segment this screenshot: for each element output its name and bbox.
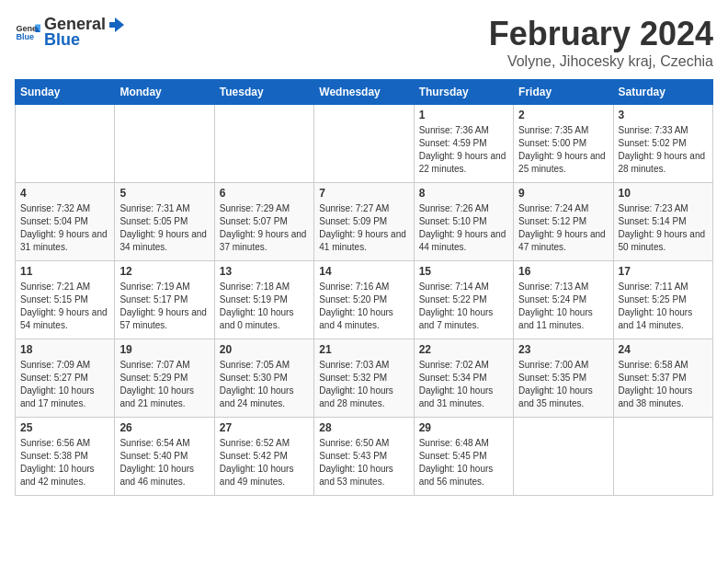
day-number: 23: [518, 343, 608, 356]
day-info: Sunrise: 6:50 AMSunset: 5:43 PMDaylight:…: [319, 437, 408, 488]
day-info: Sunrise: 7:24 AMSunset: 5:12 PMDaylight:…: [518, 202, 608, 254]
day-number: 29: [419, 421, 508, 434]
day-number: 6: [220, 187, 309, 200]
day-info: Sunrise: 7:03 AMSunset: 5:32 PMDaylight:…: [319, 359, 408, 410]
calendar-cell: [514, 418, 613, 496]
calendar-cell: [115, 105, 214, 183]
day-number: 24: [619, 343, 708, 356]
calendar-cell: 11Sunrise: 7:21 AMSunset: 5:15 PMDayligh…: [16, 261, 115, 339]
day-number: 4: [20, 187, 109, 200]
day-number: 3: [619, 109, 708, 121]
page-header: General Blue General Blue February 2024 …: [15, 15, 713, 70]
location-subtitle: Volyne, Jihocesky kraj, Czechia: [489, 53, 713, 70]
day-info: Sunrise: 7:18 AMSunset: 5:19 PMDaylight:…: [220, 281, 309, 332]
day-info: Sunrise: 7:14 AMSunset: 5:22 PMDaylight:…: [419, 281, 508, 332]
day-info: Sunrise: 7:13 AMSunset: 5:24 PMDaylight:…: [518, 281, 608, 332]
day-number: 28: [319, 421, 408, 434]
calendar-cell: 1Sunrise: 7:36 AMSunset: 4:59 PMDaylight…: [414, 105, 513, 183]
calendar-cell: 15Sunrise: 7:14 AMSunset: 5:22 PMDayligh…: [414, 261, 513, 339]
day-info: Sunrise: 7:09 AMSunset: 5:27 PMDaylight:…: [20, 359, 109, 410]
day-info: Sunrise: 7:21 AMSunset: 5:15 PMDaylight:…: [20, 281, 109, 332]
header-sunday: Sunday: [16, 80, 115, 105]
day-number: 18: [20, 343, 109, 356]
day-number: 21: [319, 343, 408, 356]
day-number: 25: [20, 421, 109, 434]
calendar-cell: 21Sunrise: 7:03 AMSunset: 5:32 PMDayligh…: [314, 339, 414, 418]
calendar-cell: 24Sunrise: 6:58 AMSunset: 5:37 PMDayligh…: [613, 339, 712, 418]
header-saturday: Saturday: [613, 80, 712, 105]
calendar-cell: 6Sunrise: 7:29 AMSunset: 5:07 PMDaylight…: [214, 183, 313, 261]
day-number: 15: [419, 265, 508, 278]
day-number: 8: [419, 187, 508, 200]
day-info: Sunrise: 7:33 AMSunset: 5:02 PMDaylight:…: [619, 124, 708, 176]
day-number: 20: [220, 343, 309, 356]
calendar-cell: 18Sunrise: 7:09 AMSunset: 5:27 PMDayligh…: [16, 339, 115, 418]
calendar-cell: [613, 418, 712, 496]
day-info: Sunrise: 7:05 AMSunset: 5:30 PMDaylight:…: [220, 359, 309, 410]
calendar-cell: 29Sunrise: 6:48 AMSunset: 5:45 PMDayligh…: [414, 418, 513, 496]
logo-arrow-icon: [108, 16, 126, 34]
day-number: 5: [119, 187, 209, 200]
day-info: Sunrise: 7:35 AMSunset: 5:00 PMDaylight:…: [518, 124, 608, 176]
day-number: 12: [119, 265, 209, 278]
day-info: Sunrise: 7:02 AMSunset: 5:34 PMDaylight:…: [419, 359, 508, 410]
calendar-cell: 14Sunrise: 7:16 AMSunset: 5:20 PMDayligh…: [314, 261, 414, 339]
calendar-cell: 4Sunrise: 7:32 AMSunset: 5:04 PMDaylight…: [16, 183, 115, 261]
calendar-cell: 20Sunrise: 7:05 AMSunset: 5:30 PMDayligh…: [214, 339, 313, 418]
calendar-cell: 9Sunrise: 7:24 AMSunset: 5:12 PMDaylight…: [514, 183, 613, 261]
day-number: 17: [619, 265, 708, 278]
logo: General Blue General Blue: [15, 15, 126, 50]
month-title: February 2024: [489, 15, 713, 53]
day-number: 11: [20, 265, 109, 278]
day-info: Sunrise: 7:16 AMSunset: 5:20 PMDaylight:…: [319, 281, 408, 332]
calendar-cell: [214, 105, 313, 183]
day-number: 10: [619, 187, 708, 200]
calendar-week-row: 1Sunrise: 7:36 AMSunset: 4:59 PMDaylight…: [16, 105, 713, 183]
day-info: Sunrise: 7:23 AMSunset: 5:14 PMDaylight:…: [619, 202, 708, 254]
calendar-cell: 16Sunrise: 7:13 AMSunset: 5:24 PMDayligh…: [514, 261, 613, 339]
day-info: Sunrise: 6:54 AMSunset: 5:40 PMDaylight:…: [119, 437, 209, 488]
calendar-cell: [314, 105, 414, 183]
day-number: 2: [518, 109, 608, 121]
day-number: 22: [419, 343, 508, 356]
day-info: Sunrise: 6:48 AMSunset: 5:45 PMDaylight:…: [419, 437, 508, 488]
day-info: Sunrise: 7:32 AMSunset: 5:04 PMDaylight:…: [20, 202, 109, 254]
header-monday: Monday: [115, 80, 214, 105]
calendar-cell: 3Sunrise: 7:33 AMSunset: 5:02 PMDaylight…: [613, 105, 712, 183]
svg-marker-4: [109, 17, 124, 32]
day-number: 14: [319, 265, 408, 278]
calendar-cell: 27Sunrise: 6:52 AMSunset: 5:42 PMDayligh…: [214, 418, 313, 496]
calendar-cell: 25Sunrise: 6:56 AMSunset: 5:38 PMDayligh…: [16, 418, 115, 496]
day-info: Sunrise: 7:36 AMSunset: 4:59 PMDaylight:…: [419, 124, 508, 176]
calendar-cell: [16, 105, 115, 183]
calendar-cell: 13Sunrise: 7:18 AMSunset: 5:19 PMDayligh…: [214, 261, 313, 339]
logo-icon: General Blue: [15, 19, 40, 45]
svg-text:Blue: Blue: [16, 32, 34, 41]
calendar-cell: 26Sunrise: 6:54 AMSunset: 5:40 PMDayligh…: [115, 418, 214, 496]
calendar-cell: 19Sunrise: 7:07 AMSunset: 5:29 PMDayligh…: [115, 339, 214, 418]
header-wednesday: Wednesday: [314, 80, 414, 105]
day-info: Sunrise: 7:11 AMSunset: 5:25 PMDaylight:…: [619, 281, 708, 332]
day-info: Sunrise: 7:19 AMSunset: 5:17 PMDaylight:…: [119, 281, 209, 332]
calendar-week-row: 4Sunrise: 7:32 AMSunset: 5:04 PMDaylight…: [16, 183, 713, 261]
header-tuesday: Tuesday: [214, 80, 313, 105]
calendar-header-row: SundayMondayTuesdayWednesdayThursdayFrid…: [16, 80, 713, 105]
title-section: February 2024 Volyne, Jihocesky kraj, Cz…: [489, 15, 713, 70]
day-number: 16: [518, 265, 608, 278]
calendar-table: SundayMondayTuesdayWednesdayThursdayFrid…: [15, 79, 713, 496]
calendar-cell: 2Sunrise: 7:35 AMSunset: 5:00 PMDaylight…: [514, 105, 613, 183]
calendar-week-row: 18Sunrise: 7:09 AMSunset: 5:27 PMDayligh…: [16, 339, 713, 418]
day-number: 27: [220, 421, 309, 434]
day-info: Sunrise: 6:56 AMSunset: 5:38 PMDaylight:…: [20, 437, 109, 488]
calendar-cell: 8Sunrise: 7:26 AMSunset: 5:10 PMDaylight…: [414, 183, 513, 261]
day-info: Sunrise: 7:27 AMSunset: 5:09 PMDaylight:…: [319, 202, 408, 254]
calendar-week-row: 11Sunrise: 7:21 AMSunset: 5:15 PMDayligh…: [16, 261, 713, 339]
header-friday: Friday: [514, 80, 613, 105]
day-info: Sunrise: 7:07 AMSunset: 5:29 PMDaylight:…: [119, 359, 209, 410]
day-info: Sunrise: 7:29 AMSunset: 5:07 PMDaylight:…: [220, 202, 309, 254]
day-number: 26: [119, 421, 209, 434]
day-info: Sunrise: 6:58 AMSunset: 5:37 PMDaylight:…: [619, 359, 708, 410]
day-number: 9: [518, 187, 608, 200]
day-number: 19: [119, 343, 209, 356]
day-number: 1: [419, 109, 508, 121]
